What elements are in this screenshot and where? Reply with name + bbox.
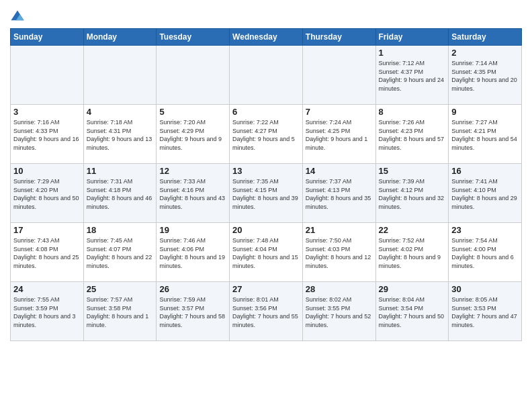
cell-info: Sunrise: 7:24 AM Sunset: 4:25 PM Dayligh…	[306, 118, 373, 152]
cell-info: Sunrise: 8:02 AM Sunset: 3:55 PM Dayligh…	[306, 295, 373, 329]
week-row: 10Sunrise: 7:29 AM Sunset: 4:20 PM Dayli…	[11, 164, 522, 223]
day-number: 13	[232, 166, 300, 176]
logo	[10, 9, 26, 24]
cell-info: Sunrise: 7:54 AM Sunset: 4:00 PM Dayligh…	[451, 236, 519, 270]
calendar-cell: 25Sunrise: 7:57 AM Sunset: 3:58 PM Dayli…	[83, 282, 157, 341]
cell-info: Sunrise: 7:18 AM Sunset: 4:31 PM Dayligh…	[87, 118, 154, 152]
calendar-cell: 20Sunrise: 7:48 AM Sunset: 4:04 PM Dayli…	[230, 223, 303, 282]
calendar-cell: 11Sunrise: 7:31 AM Sunset: 4:18 PM Dayli…	[83, 164, 157, 223]
calendar-cell: 12Sunrise: 7:33 AM Sunset: 4:16 PM Dayli…	[157, 164, 230, 223]
day-number: 19	[159, 225, 226, 235]
calendar-cell: 26Sunrise: 7:59 AM Sunset: 3:57 PM Dayli…	[157, 282, 230, 341]
day-number: 23	[451, 225, 519, 235]
day-number: 27	[232, 284, 300, 294]
calendar-cell: 3Sunrise: 7:16 AM Sunset: 4:33 PM Daylig…	[11, 105, 84, 164]
calendar-cell: 23Sunrise: 7:54 AM Sunset: 4:00 PM Dayli…	[449, 223, 522, 282]
cell-info: Sunrise: 7:22 AM Sunset: 4:27 PM Dayligh…	[232, 118, 300, 152]
cell-info: Sunrise: 7:52 AM Sunset: 4:02 PM Dayligh…	[379, 236, 446, 270]
day-number: 15	[379, 166, 446, 176]
calendar-cell: 22Sunrise: 7:52 AM Sunset: 4:02 PM Dayli…	[375, 223, 449, 282]
week-row: 3Sunrise: 7:16 AM Sunset: 4:33 PM Daylig…	[11, 105, 522, 164]
cell-info: Sunrise: 7:41 AM Sunset: 4:10 PM Dayligh…	[451, 177, 519, 211]
cell-info: Sunrise: 7:27 AM Sunset: 4:21 PM Dayligh…	[451, 118, 519, 152]
day-number: 8	[379, 107, 446, 117]
day-number: 29	[379, 284, 446, 294]
day-number: 28	[306, 284, 373, 294]
day-number: 30	[451, 284, 519, 294]
calendar-cell: 21Sunrise: 7:50 AM Sunset: 4:03 PM Dayli…	[302, 223, 375, 282]
day-number: 18	[87, 225, 154, 235]
day-number: 17	[13, 225, 81, 235]
calendar-table: SundayMondayTuesdayWednesdayThursdayFrid…	[10, 28, 522, 341]
cell-info: Sunrise: 7:33 AM Sunset: 4:16 PM Dayligh…	[159, 177, 226, 211]
cell-info: Sunrise: 8:05 AM Sunset: 3:53 PM Dayligh…	[451, 295, 519, 329]
calendar-cell: 6Sunrise: 7:22 AM Sunset: 4:27 PM Daylig…	[230, 105, 303, 164]
calendar-cell: 13Sunrise: 7:35 AM Sunset: 4:15 PM Dayli…	[230, 164, 303, 223]
calendar-cell	[302, 46, 375, 105]
weekday-header: Thursday	[302, 29, 375, 46]
calendar-cell: 8Sunrise: 7:26 AM Sunset: 4:23 PM Daylig…	[375, 105, 449, 164]
cell-info: Sunrise: 7:14 AM Sunset: 4:35 PM Dayligh…	[451, 59, 519, 93]
cell-info: Sunrise: 7:20 AM Sunset: 4:29 PM Dayligh…	[159, 118, 226, 152]
day-number: 11	[87, 166, 154, 176]
calendar-cell: 19Sunrise: 7:46 AM Sunset: 4:06 PM Dayli…	[157, 223, 230, 282]
day-number: 10	[13, 166, 81, 176]
calendar-cell	[11, 46, 84, 105]
header-row: SundayMondayTuesdayWednesdayThursdayFrid…	[11, 29, 522, 46]
cell-info: Sunrise: 8:04 AM Sunset: 3:54 PM Dayligh…	[379, 295, 446, 329]
calendar-cell: 27Sunrise: 8:01 AM Sunset: 3:56 PM Dayli…	[230, 282, 303, 341]
cell-info: Sunrise: 7:12 AM Sunset: 4:37 PM Dayligh…	[379, 59, 446, 93]
day-number: 9	[451, 107, 519, 117]
cell-info: Sunrise: 7:46 AM Sunset: 4:06 PM Dayligh…	[159, 236, 226, 270]
cell-info: Sunrise: 7:48 AM Sunset: 4:04 PM Dayligh…	[232, 236, 300, 270]
week-row: 1Sunrise: 7:12 AM Sunset: 4:37 PM Daylig…	[11, 46, 522, 105]
day-number: 22	[379, 225, 446, 235]
cell-info: Sunrise: 8:01 AM Sunset: 3:56 PM Dayligh…	[232, 295, 300, 329]
day-number: 3	[13, 107, 81, 117]
day-number: 2	[451, 48, 519, 58]
calendar-cell: 9Sunrise: 7:27 AM Sunset: 4:21 PM Daylig…	[449, 105, 522, 164]
calendar-cell: 7Sunrise: 7:24 AM Sunset: 4:25 PM Daylig…	[302, 105, 375, 164]
cell-info: Sunrise: 7:50 AM Sunset: 4:03 PM Dayligh…	[306, 236, 373, 270]
calendar-cell: 1Sunrise: 7:12 AM Sunset: 4:37 PM Daylig…	[375, 46, 449, 105]
calendar-cell	[83, 46, 157, 105]
week-row: 17Sunrise: 7:43 AM Sunset: 4:08 PM Dayli…	[11, 223, 522, 282]
cell-info: Sunrise: 7:45 AM Sunset: 4:07 PM Dayligh…	[87, 236, 154, 270]
calendar-cell	[157, 46, 230, 105]
day-number: 4	[87, 107, 154, 117]
weekday-header: Friday	[375, 29, 449, 46]
calendar-cell	[230, 46, 303, 105]
cell-info: Sunrise: 7:55 AM Sunset: 3:59 PM Dayligh…	[13, 295, 81, 329]
cell-info: Sunrise: 7:26 AM Sunset: 4:23 PM Dayligh…	[379, 118, 446, 152]
weekday-header: Wednesday	[230, 29, 303, 46]
day-number: 5	[159, 107, 226, 117]
calendar-cell: 16Sunrise: 7:41 AM Sunset: 4:10 PM Dayli…	[449, 164, 522, 223]
weekday-header: Monday	[83, 29, 157, 46]
calendar-cell: 30Sunrise: 8:05 AM Sunset: 3:53 PM Dayli…	[449, 282, 522, 341]
calendar-cell: 24Sunrise: 7:55 AM Sunset: 3:59 PM Dayli…	[11, 282, 84, 341]
day-number: 12	[159, 166, 226, 176]
calendar-cell: 28Sunrise: 8:02 AM Sunset: 3:55 PM Dayli…	[302, 282, 375, 341]
calendar-cell: 10Sunrise: 7:29 AM Sunset: 4:20 PM Dayli…	[11, 164, 84, 223]
weekday-header: Sunday	[11, 29, 84, 46]
calendar-cell: 18Sunrise: 7:45 AM Sunset: 4:07 PM Dayli…	[83, 223, 157, 282]
day-number: 1	[379, 48, 446, 58]
calendar-cell: 14Sunrise: 7:37 AM Sunset: 4:13 PM Dayli…	[302, 164, 375, 223]
cell-info: Sunrise: 7:31 AM Sunset: 4:18 PM Dayligh…	[87, 177, 154, 211]
day-number: 20	[232, 225, 300, 235]
day-number: 21	[306, 225, 373, 235]
cell-info: Sunrise: 7:29 AM Sunset: 4:20 PM Dayligh…	[13, 177, 81, 211]
cell-info: Sunrise: 7:57 AM Sunset: 3:58 PM Dayligh…	[87, 295, 154, 329]
weekday-header: Tuesday	[157, 29, 230, 46]
header	[10, 7, 522, 24]
calendar-cell: 29Sunrise: 8:04 AM Sunset: 3:54 PM Dayli…	[375, 282, 449, 341]
calendar-cell: 17Sunrise: 7:43 AM Sunset: 4:08 PM Dayli…	[11, 223, 84, 282]
calendar-cell: 15Sunrise: 7:39 AM Sunset: 4:12 PM Dayli…	[375, 164, 449, 223]
calendar-cell: 4Sunrise: 7:18 AM Sunset: 4:31 PM Daylig…	[83, 105, 157, 164]
page: SundayMondayTuesdayWednesdayThursdayFrid…	[0, 0, 532, 411]
day-number: 14	[306, 166, 373, 176]
weekday-header: Saturday	[449, 29, 522, 46]
cell-info: Sunrise: 7:16 AM Sunset: 4:33 PM Dayligh…	[13, 118, 81, 152]
day-number: 26	[159, 284, 226, 294]
week-row: 24Sunrise: 7:55 AM Sunset: 3:59 PM Dayli…	[11, 282, 522, 341]
